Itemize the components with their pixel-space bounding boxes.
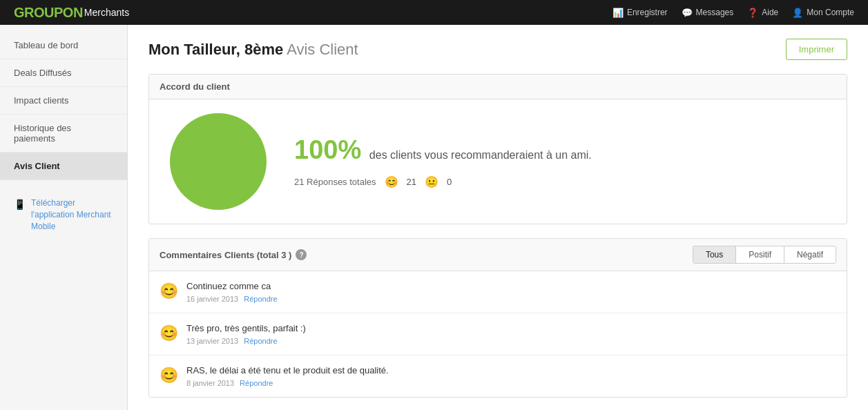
sidebar-item-deals-diffuses[interactable]: Deals Diffusés — [0, 59, 127, 87]
comment-reply-link[interactable]: Répondre — [244, 295, 277, 303]
accord-section: Accord du client 100% des clients vous r… — [148, 74, 847, 224]
sidebar: Tableau de bord Deals Diffusés Impact cl… — [0, 25, 128, 410]
help-icon[interactable]: ? — [296, 249, 307, 260]
messages-icon: 💬 — [682, 8, 693, 18]
filter-positif-button[interactable]: Positif — [736, 246, 784, 263]
comment-item: 😊 Très pro, très gentils, parfait :) 13 … — [149, 313, 847, 355]
main-content-area: Mon Tailleur, 8ème Avis Client Imprimer … — [128, 25, 868, 410]
comment-body: Continuez comme ca 16 janvier 2013 Répon… — [186, 281, 836, 303]
nav-mon-compte-label: Mon Compte — [807, 8, 854, 17]
comment-text: RAS, le délai a été tenu et le produit e… — [186, 365, 836, 375]
comment-smiley-icon: 😊 — [160, 367, 178, 384]
nav-mon-compte[interactable]: 👤 Mon Compte — [792, 8, 854, 18]
comments-title: Commentaires Clients (total 3 ) ? — [160, 249, 307, 260]
accord-positive-count: 21 — [407, 177, 416, 187]
accord-negative-count: 0 — [447, 177, 452, 187]
accord-total-label: 21 Réponses totales — [294, 177, 376, 187]
page-header: Mon Tailleur, 8ème Avis Client Imprimer — [148, 39, 847, 60]
comment-text: Continuez comme ca — [186, 281, 836, 291]
nav-enregistrer[interactable]: 📊 Enregistrer — [613, 8, 668, 18]
print-button[interactable]: Imprimer — [786, 39, 847, 60]
comment-date: 16 janvier 2013 — [186, 295, 238, 303]
filter-buttons: Tous Positif Négatif — [693, 246, 836, 264]
filter-negatif-button[interactable]: Négatif — [784, 246, 836, 263]
comment-reply-link[interactable]: Répondre — [240, 379, 273, 387]
filter-tous-button[interactable]: Tous — [693, 246, 736, 263]
comment-meta: 16 janvier 2013 Répondre — [186, 295, 836, 303]
comment-item: 😊 Continuez comme ca 16 janvier 2013 Rép… — [149, 271, 847, 313]
accord-text: 100% des clients vous recommanderaient à… — [294, 135, 826, 188]
accord-description: des clients vous recommanderaient à un a… — [369, 149, 592, 161]
comment-smiley-icon: 😊 — [160, 282, 178, 300]
comment-smiley-icon: 😊 — [160, 324, 178, 342]
comments-header: Commentaires Clients (total 3 ) ? Tous P… — [149, 239, 847, 271]
aide-icon: ❓ — [747, 8, 758, 18]
mobile-app-link: Télécharger l'application Merchant Mobil… — [31, 197, 113, 232]
accord-section-header: Accord du client — [149, 75, 847, 99]
nav-messages[interactable]: 💬 Messages — [682, 8, 734, 18]
sidebar-label-historique: Historique des paiements — [14, 123, 71, 144]
accord-section-title: Accord du client — [160, 81, 230, 92]
sidebar-label-tableau: Tableau de bord — [14, 40, 78, 50]
comment-item: 😊 RAS, le délai a été tenu et le produit… — [149, 355, 847, 397]
page-title: Mon Tailleur, 8ème Avis Client — [148, 41, 358, 59]
comment-date: 8 janvier 2013 — [186, 379, 234, 387]
enregistrer-icon: 📊 — [613, 8, 624, 18]
comment-meta: 13 janvier 2013 Répondre — [186, 337, 836, 345]
sidebar-item-avis-client[interactable]: Avis Client — [0, 153, 127, 180]
top-navigation: GROUPON Merchants 📊 Enregistrer 💬 Messag… — [0, 0, 868, 25]
sidebar-label-impact: Impact clients — [14, 95, 68, 106]
sidebar-label-avis: Avis Client — [14, 161, 60, 171]
merchants-logo-text: Merchants — [84, 7, 129, 18]
logo[interactable]: GROUPON Merchants — [14, 5, 129, 21]
sidebar-item-impact-clients[interactable]: Impact clients — [0, 87, 127, 115]
comment-text: Très pro, très gentils, parfait :) — [186, 323, 836, 333]
smiley-neutral-icon: 😐 — [425, 175, 438, 188]
sidebar-item-historique[interactable]: Historique des paiements — [0, 115, 127, 153]
mon-compte-icon: 👤 — [792, 8, 803, 18]
smiley-green-icon: 😊 — [385, 175, 398, 188]
nav-aide[interactable]: ❓ Aide — [747, 8, 778, 18]
comment-date: 13 janvier 2013 — [186, 337, 238, 345]
page-title-merchant: Mon Tailleur, 8ème — [148, 41, 283, 58]
accord-percent: 100% — [294, 135, 361, 164]
groupon-logo-text: GROUPON — [14, 5, 83, 21]
comment-meta: 8 janvier 2013 Répondre — [186, 379, 836, 387]
comment-body: Très pro, très gentils, parfait :) 13 ja… — [186, 323, 836, 345]
nav-messages-label: Messages — [696, 8, 734, 17]
nav-enregistrer-label: Enregistrer — [627, 8, 668, 17]
pie-chart — [170, 113, 267, 210]
comments-title-text: Commentaires Clients (total 3 ) — [160, 250, 291, 260]
comments-section: Commentaires Clients (total 3 ) ? Tous P… — [148, 238, 847, 398]
main-layout: Tableau de bord Deals Diffusés Impact cl… — [0, 25, 868, 410]
sidebar-mobile-app[interactable]: 📱 Télécharger l'application Merchant Mob… — [0, 187, 127, 242]
mobile-icon: 📱 — [14, 199, 26, 210]
nav-aide-label: Aide — [762, 8, 778, 17]
sidebar-item-tableau-de-bord[interactable]: Tableau de bord — [0, 32, 127, 59]
top-nav-right: 📊 Enregistrer 💬 Messages ❓ Aide 👤 Mon Co… — [613, 8, 854, 18]
comment-body: RAS, le délai a été tenu et le produit e… — [186, 365, 836, 387]
accord-content: 100% des clients vous recommanderaient à… — [149, 99, 847, 224]
sidebar-label-deals: Deals Diffusés — [14, 68, 72, 78]
page-title-section: Avis Client — [287, 41, 358, 58]
accord-sub-stats: 21 Réponses totales 😊 21 😐 0 — [294, 175, 826, 188]
comment-reply-link[interactable]: Répondre — [244, 337, 277, 345]
